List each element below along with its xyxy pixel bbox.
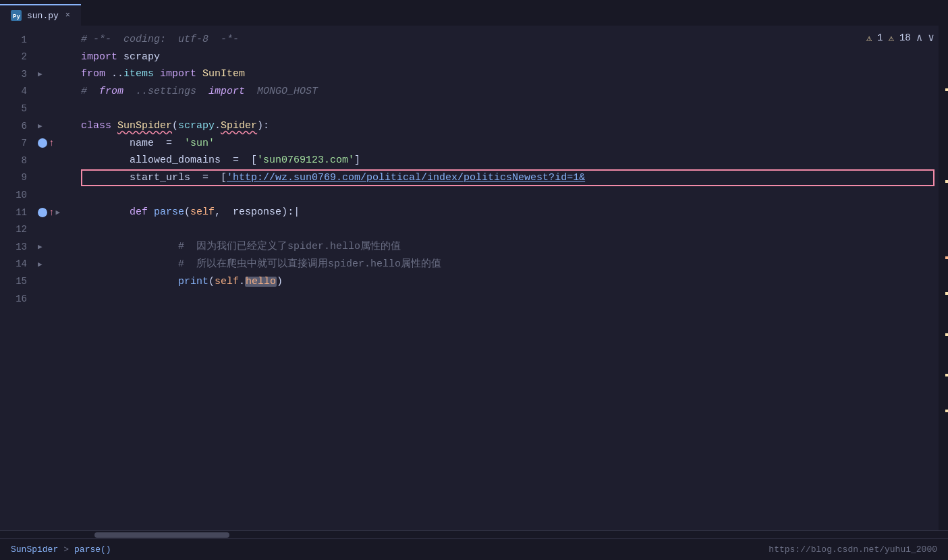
- svg-text:Py: Py: [13, 13, 20, 20]
- tab-bar: Py sun.py ×: [0, 0, 948, 26]
- kw-import: import: [81, 52, 117, 62]
- line-num-11: 11: [0, 204, 27, 221]
- scrollbar[interactable]: [939, 26, 948, 538]
- comment-4: #: [81, 86, 99, 96]
- kw-import-3: import: [160, 69, 196, 79]
- kw-class-6: class: [81, 121, 111, 131]
- comment-4c: MONGO_HOST: [245, 86, 318, 96]
- kw-def-11: def: [130, 207, 148, 217]
- line-num-16: 16: [0, 290, 27, 308]
- string-sun: 'sun': [184, 138, 215, 148]
- code-line-3: from .. items import SunItem: [40, 65, 948, 83]
- line-num-4: 4: [0, 83, 27, 101]
- code-line-5: [40, 100, 948, 117]
- code-line-13: # 因为我们已经定义了spider.hello属性的值: [40, 238, 948, 256]
- code-line-10: [40, 186, 948, 204]
- code-line-11: def parse ( self , response ): |: [40, 204, 948, 221]
- code-line-9: start_urls = [ 'http://wz.sun0769.com/po…: [40, 169, 948, 187]
- close-icon[interactable]: ×: [65, 11, 70, 20]
- scroll-marker-7: [945, 410, 948, 412]
- scroll-marker-2: [945, 180, 948, 183]
- code-line-7: name = 'sun': [40, 135, 948, 152]
- scroll-marker-5: [945, 333, 948, 336]
- class-spider: Spider: [221, 121, 257, 131]
- code-line-8: allowed_domains = [ 'sun0769123.com' ]: [40, 152, 948, 169]
- line-num-6: 6: [0, 117, 27, 135]
- horizontal-scrollbar[interactable]: [0, 530, 948, 538]
- editor-container: ⚠ 1 ⚠ 18 ∧ ∨ 1 2 3 4 5 6 7 8 9 10 11 12 …: [0, 26, 948, 538]
- scroll-marker-4: [945, 292, 948, 295]
- tab-sun-py[interactable]: Py sun.py ×: [0, 4, 81, 26]
- hello-highlight: hello: [245, 277, 277, 287]
- code-line-2: import scrapy: [40, 49, 948, 66]
- status-breadcrumb-area: SunSpider > parse(): [11, 544, 111, 555]
- url-link-9[interactable]: 'http://wz.sun0769.com/political/index/p…: [227, 173, 585, 183]
- scroll-markers: [939, 27, 948, 537]
- scroll-marker-6: [945, 374, 948, 376]
- self-11: self: [190, 207, 215, 217]
- code-line-16: [40, 290, 948, 308]
- status-bar: SunSpider > parse() https://blog.csdn.ne…: [0, 538, 948, 560]
- line-num-10: 10: [0, 186, 27, 204]
- line-num-3: 3: [0, 65, 27, 83]
- class-name-sunspider: SunSpider: [117, 121, 172, 131]
- method-parse: parse: [154, 207, 184, 217]
- self-15: self: [215, 277, 239, 287]
- line-num-15: 15: [0, 273, 27, 290]
- line-numbers: 1 2 3 4 5 6 7 8 9 10 11 12 13 14 15 16: [0, 26, 35, 538]
- string-domain: 'sun0769123.com': [257, 155, 354, 165]
- comment-import-4: import: [208, 86, 245, 96]
- comment-cn-13: # 因为我们已经定义了spider.hello属性的值: [178, 242, 401, 252]
- line-num-14: 14: [0, 256, 27, 273]
- code-line-14: # 所以在爬虫中就可以直接调用spider.hello属性的值: [40, 256, 948, 273]
- code-comment-1: # -*- coding: utf-8 -*-: [81, 34, 239, 45]
- identifier-items: items: [123, 69, 154, 79]
- line-num-12: 12: [0, 221, 27, 239]
- python-icon: Py: [11, 10, 22, 21]
- param-response: response: [233, 207, 281, 217]
- scroll-marker-3: [945, 256, 948, 259]
- code-area: ↑ ↑: [35, 26, 948, 538]
- comment-cn-14: # 所以在爬虫中就可以直接调用spider.hello属性的值: [178, 259, 441, 269]
- identifier-sunitem: SunItem: [202, 69, 245, 79]
- h-scrollbar-thumb[interactable]: [94, 532, 229, 538]
- comment-from-4: from: [99, 86, 123, 96]
- line-num-1: 1: [0, 31, 27, 49]
- scroll-marker-1: [945, 88, 948, 91]
- tab-filename: sun.py: [27, 11, 59, 21]
- line-num-8: 8: [0, 152, 27, 169]
- status-arrow: >: [63, 544, 69, 555]
- line-num-5: 5: [0, 100, 27, 117]
- line-num-2: 2: [0, 49, 27, 66]
- line-num-9: 9: [0, 169, 27, 187]
- code-line-12: [40, 221, 948, 239]
- kw-from-3: from: [81, 69, 105, 79]
- code-line-15: print ( self . hello ): [40, 273, 948, 290]
- status-method: parse(): [74, 544, 111, 555]
- class-scrapy: scrapy: [178, 121, 215, 131]
- code-line-1: # -*- coding: utf-8 -*-: [40, 31, 948, 49]
- line-num-13: 13: [0, 238, 27, 256]
- code-line-4: # from ..settings import MONGO_HOST: [40, 83, 948, 101]
- status-url[interactable]: https://blog.csdn.net/yuhui_2000: [769, 544, 937, 555]
- status-class: SunSpider: [11, 544, 58, 555]
- code-line-6: class SunSpider ( scrapy . Spider ):: [40, 117, 948, 135]
- module-scrapy: scrapy: [123, 52, 160, 62]
- comment-4b: ..settings: [123, 86, 208, 96]
- line-num-7: 7: [0, 135, 27, 152]
- kw-print-15: print: [178, 277, 208, 287]
